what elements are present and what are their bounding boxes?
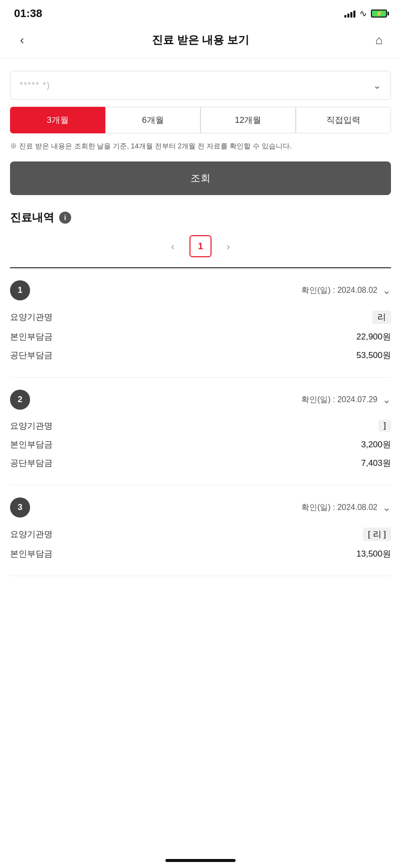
insurance-label-1: 공단부담금 [10,350,53,361]
record-date-area-3: 확인(일) : 2024.08.02 ⌄ [301,501,391,513]
tab-direct-input[interactable]: 직접입력 [296,107,391,133]
header: ‹ 진료 받은 내용 보기 ⌂ [0,25,401,59]
self-pay-label-1: 본인부담금 [10,331,53,342]
record-date-3: 확인(일) : 2024.08.02 [301,502,377,513]
record-date-area-2: 확인(일) : 2024.07.29 ⌄ [301,394,391,406]
tab-12months[interactable]: 12개월 [200,107,296,133]
record-institution-row-3: 요양기관명 [ 리 ] [10,527,391,542]
info-icon[interactable]: i [59,212,71,224]
current-page[interactable]: 1 [189,235,212,257]
tab-3months[interactable]: 3개월 [10,107,105,133]
self-pay-label-2: 본인부담금 [10,439,53,450]
record-institution-row-1: 요양기관명 리 [10,309,391,325]
record-item-3: 3 확인(일) : 2024.08.02 ⌄ 요양기관명 [ 리 ] 본인부담금… [10,485,391,576]
insurance-label-2: 공단부담금 [10,457,53,469]
self-pay-value-2: 3,200원 [361,439,391,450]
record-institution-row-2: 요양기관명 ] [10,419,391,433]
prev-page-button[interactable]: ‹ [166,238,179,255]
record-item-1: 1 확인(일) : 2024.08.02 ⌄ 요양기관명 리 본인부담금 22,… [10,268,391,378]
status-time: 01:38 [14,7,42,20]
status-icons: ∿ ⚡ [344,8,387,19]
record-date-2: 확인(일) : 2024.07.29 [301,395,377,405]
record-number-3: 3 [10,497,30,517]
institution-label-2: 요양기관명 [10,420,53,432]
self-pay-value-3: 13,500원 [356,548,391,560]
institution-value-2: ] [378,420,391,432]
back-button[interactable]: ‹ [12,30,32,50]
patient-dropdown[interactable]: ***** *) ⌄ [10,71,391,100]
record-header-2: 2 확인(일) : 2024.07.29 ⌄ [10,390,391,410]
pagination: ‹ 1 › [10,235,391,257]
section-title: 진료내역 i [10,210,391,225]
self-pay-label-3: 본인부담금 [10,548,53,560]
institution-label-3: 요양기관명 [10,529,53,540]
record-date-1: 확인(일) : 2024.08.02 [301,285,377,296]
institution-value-1: 리 [372,310,391,324]
record-number-1: 1 [10,280,30,300]
back-arrow-icon: ‹ [20,33,24,47]
battery-icon: ⚡ [371,10,387,18]
record-header-1: 1 확인(일) : 2024.08.02 ⌄ [10,280,391,300]
record-number-2: 2 [10,390,30,410]
home-button[interactable]: ⌂ [369,30,389,50]
status-bar: 01:38 ∿ ⚡ [0,0,401,25]
home-icon: ⌂ [375,33,383,47]
record-insurance-row-1: 공단부담금 53,500원 [10,349,391,362]
insurance-value-2: 7,403원 [361,457,391,469]
institution-value-3: [ 리 ] [363,528,391,541]
search-button[interactable]: 조회 [10,161,391,195]
chevron-down-icon: ⌄ [373,79,381,91]
expand-icon-2[interactable]: ⌄ [382,394,391,406]
expand-icon-3[interactable]: ⌄ [382,501,391,513]
wifi-icon: ∿ [359,8,367,19]
record-item-2: 2 확인(일) : 2024.07.29 ⌄ 요양기관명 ] 본인부담금 3,2… [10,378,391,485]
insurance-value-1: 53,500원 [356,350,391,361]
tab-6months[interactable]: 6개월 [105,107,200,133]
battery-bolt: ⚡ [375,10,383,17]
institution-label-1: 요양기관명 [10,311,53,323]
home-indicator [165,859,236,862]
record-self-pay-row-1: 본인부담금 22,900원 [10,330,391,343]
period-tabs: 3개월 6개월 12개월 직접입력 [10,107,391,133]
record-self-pay-row-3: 본인부담금 13,500원 [10,547,391,561]
record-header-3: 3 확인(일) : 2024.08.02 ⌄ [10,497,391,517]
signal-icon [344,10,355,18]
page-title: 진료 받은 내용 보기 [152,33,249,48]
record-insurance-row-2: 공단부담금 7,403원 [10,456,391,470]
self-pay-value-1: 22,900원 [356,331,391,342]
next-page-button[interactable]: › [222,238,235,255]
dropdown-value: ***** *) [20,80,50,91]
expand-icon-1[interactable]: ⌄ [382,284,391,296]
note-text: 진료 받은 내용은 조회한 날을 기준, 14개월 전부터 2개월 전 자료를 … [10,140,391,151]
record-date-area-1: 확인(일) : 2024.08.02 ⌄ [301,284,391,296]
record-self-pay-row-2: 본인부담금 3,200원 [10,438,391,451]
main-content: ***** *) ⌄ 3개월 6개월 12개월 직접입력 진료 받은 내용은 조… [0,59,401,588]
